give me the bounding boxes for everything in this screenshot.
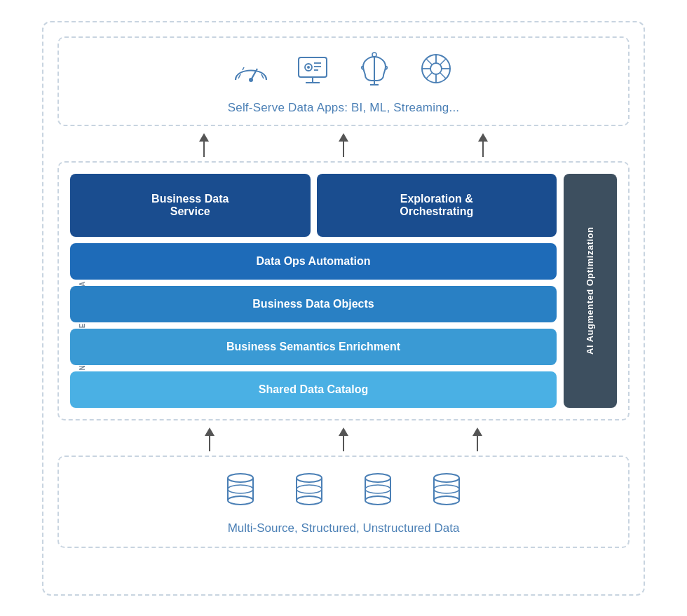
top-two-boxes: Business Data Service Exploration & Orch… xyxy=(70,174,557,237)
middle-section: Business Data Service Exploration & Orch… xyxy=(57,161,630,420)
db-icon-4 xyxy=(428,470,465,512)
svg-point-26 xyxy=(228,496,253,505)
bottom-arrow-head-1 xyxy=(205,427,215,436)
bottom-arrow-head-3 xyxy=(472,427,482,436)
business-data-objects-box: Business Data Objects xyxy=(70,286,557,322)
app-icons-row xyxy=(233,50,454,91)
diagram-wrapper: INTELLIGENT DATA CLOUD xyxy=(42,21,645,596)
top-section: Self-Serve Data Apps: BI, ML, Streaming.… xyxy=(57,36,630,126)
svg-point-32 xyxy=(297,485,322,493)
arrow-2 xyxy=(339,133,348,157)
bottom-arrow-line-2 xyxy=(343,436,344,451)
arrow-line-2 xyxy=(343,142,344,157)
bottom-arrow-line-3 xyxy=(477,436,478,451)
svg-point-41 xyxy=(434,496,459,505)
db-icons-row xyxy=(222,470,465,512)
svg-point-23 xyxy=(228,474,253,482)
svg-point-38 xyxy=(434,474,459,482)
svg-point-18 xyxy=(430,63,442,74)
bottom-arrow-1 xyxy=(205,427,215,451)
business-semantics-box: Business Semantics Enrichment xyxy=(70,329,557,365)
svg-point-31 xyxy=(297,496,322,505)
svg-point-33 xyxy=(365,474,390,482)
business-data-service-box: Business Data Service xyxy=(70,174,311,237)
bottom-section-label: Multi-Source, Structured, Unstructured D… xyxy=(228,521,460,535)
bottom-section: Multi-Source, Structured, Unstructured D… xyxy=(57,456,630,548)
svg-point-27 xyxy=(228,485,253,493)
bottom-arrow-3 xyxy=(472,427,482,451)
svg-line-3 xyxy=(261,74,264,78)
business-data-service-label: Business Data Service xyxy=(151,193,229,218)
arrow-3 xyxy=(478,133,488,157)
data-ops-automation-box: Data Ops Automation xyxy=(70,243,557,280)
db-icon-1 xyxy=(222,470,259,512)
data-ops-label: Data Ops Automation xyxy=(257,255,371,268)
presentation-icon xyxy=(294,53,331,88)
lens-icon xyxy=(418,50,454,91)
business-data-objects-label: Business Data Objects xyxy=(252,298,374,310)
top-arrows-row xyxy=(92,133,595,157)
bottom-arrow-head-2 xyxy=(339,427,348,436)
svg-point-1 xyxy=(249,78,253,82)
shared-data-catalog-label: Shared Data Catalog xyxy=(259,383,368,396)
svg-line-4 xyxy=(243,67,244,70)
arrow-line-1 xyxy=(203,142,205,157)
top-section-label: Self-Serve Data Apps: BI, ML, Streaming.… xyxy=(228,101,460,115)
svg-line-2 xyxy=(238,74,240,78)
arrow-head-2 xyxy=(339,133,348,142)
dashboard-icon xyxy=(233,53,269,88)
ai-augmented-optimization-box: AI Augmented Optimization xyxy=(564,174,617,408)
business-semantics-label: Business Semantics Enrichment xyxy=(226,341,400,353)
arrow-1 xyxy=(199,133,209,157)
svg-rect-5 xyxy=(299,57,327,77)
bottom-arrows-row xyxy=(115,427,573,451)
shared-data-catalog-box: Shared Data Catalog xyxy=(70,371,557,408)
svg-point-37 xyxy=(365,485,390,493)
outer-box: INTELLIGENT DATA CLOUD xyxy=(42,21,645,596)
main-layers: Business Data Service Exploration & Orch… xyxy=(70,174,557,408)
svg-point-9 xyxy=(307,66,310,69)
bottom-arrow-2 xyxy=(339,427,348,451)
db-icon-2 xyxy=(291,470,327,512)
ai-box-label: AI Augmented Optimization xyxy=(585,226,597,354)
svg-point-36 xyxy=(365,496,390,505)
svg-point-28 xyxy=(297,474,322,482)
exploration-orchestrating-label: Exploration & Orchestrating xyxy=(400,193,473,218)
bottom-arrow-line-1 xyxy=(209,436,210,451)
svg-point-42 xyxy=(434,485,459,493)
arrow-head-1 xyxy=(199,133,209,142)
arrow-head-3 xyxy=(478,133,488,142)
arrow-line-3 xyxy=(482,142,484,157)
exploration-orchestrating-box: Exploration & Orchestrating xyxy=(317,174,557,237)
brain-icon xyxy=(356,51,393,90)
db-icon-3 xyxy=(360,470,396,512)
